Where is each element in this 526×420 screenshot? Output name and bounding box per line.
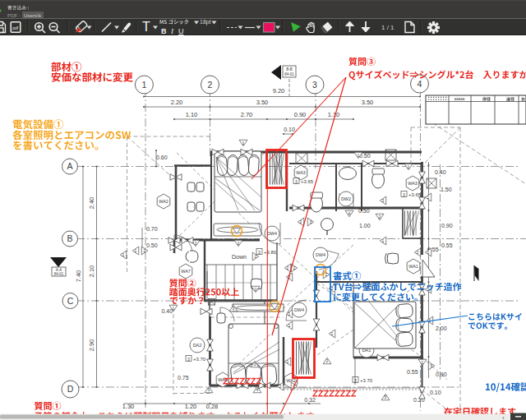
svg-text:1.00: 1.00 (359, 223, 371, 228)
svg-text:3: 3 (310, 219, 312, 224)
svg-text:C: C (67, 296, 74, 306)
svg-text:3: 3 (403, 192, 405, 197)
svg-text:1 / 1: 1 / 1 (381, 24, 394, 31)
svg-text:A: A (67, 161, 72, 171)
svg-text:3: 3 (254, 362, 256, 367)
svg-text:2: 2 (144, 248, 146, 253)
svg-text:0.10: 0.10 (430, 390, 441, 395)
svg-text:2.40: 2.40 (88, 197, 95, 210)
svg-text:1: 1 (122, 252, 125, 257)
svg-text:3.50: 3.50 (256, 99, 269, 106)
svg-text:+3.65: +3.65 (408, 192, 422, 197)
svg-text:2.70: 2.70 (241, 111, 253, 118)
svg-text:›: › (502, 414, 505, 420)
svg-text:84-01: 84-01 (54, 272, 64, 276)
svg-text:D: D (67, 384, 74, 394)
svg-text:0.55: 0.55 (441, 242, 453, 248)
svg-text:7.40: 7.40 (75, 270, 82, 283)
svg-text:1.10: 1.10 (328, 111, 340, 118)
svg-text:0.70: 0.70 (146, 226, 158, 232)
svg-text:4: 4 (256, 387, 259, 392)
svg-text:WA3: WA3 (408, 181, 418, 186)
svg-text:5: 5 (431, 363, 433, 368)
svg-text:1: 1 (427, 195, 430, 200)
svg-text:B: B (161, 27, 167, 35)
svg-text:T: T (142, 20, 150, 34)
svg-text:1.30: 1.30 (122, 403, 135, 410)
svg-text:3: 3 (187, 357, 190, 362)
svg-text:1.20: 1.20 (185, 403, 197, 410)
svg-text:2: 2 (326, 358, 329, 363)
svg-text:2: 2 (293, 265, 296, 270)
svg-text:2: 2 (331, 286, 334, 291)
svg-text:1: 1 (135, 248, 137, 253)
svg-text:0.10: 0.10 (284, 127, 295, 132)
svg-text:3: 3 (233, 306, 235, 311)
svg-text:18pt: 18pt (200, 19, 211, 25)
svg-text:0.40: 0.40 (162, 308, 173, 314)
svg-text:+3.70: +3.70 (360, 378, 373, 383)
svg-text:+3.65: +3.65 (301, 179, 314, 184)
svg-text:3: 3 (382, 198, 385, 203)
svg-text:1: 1 (427, 287, 430, 292)
svg-text:2: 2 (238, 241, 240, 246)
svg-text:3: 3 (258, 250, 261, 255)
svg-text:pdf: pdf (12, 25, 19, 30)
svg-text:5: 5 (208, 387, 210, 392)
svg-text:DA2: DA2 (193, 343, 202, 348)
svg-text:2.20: 2.20 (171, 99, 183, 106)
svg-text:2: 2 (255, 287, 257, 292)
svg-text:Down: Down (232, 254, 247, 260)
svg-text:+3.70: +3.70 (193, 357, 206, 362)
svg-text:2.00: 2.00 (436, 325, 447, 331)
svg-text:Users\k: Users\k (24, 12, 42, 18)
svg-text:2: 2 (300, 219, 302, 224)
svg-text:WA1: WA1 (408, 264, 418, 269)
svg-text:1: 1 (408, 164, 410, 169)
svg-text:B: B (67, 233, 72, 243)
svg-text:2.10: 2.10 (88, 265, 95, 278)
svg-text:DW4: DW4 (267, 231, 277, 236)
svg-text:2: 2 (195, 241, 197, 246)
svg-text:0.90: 0.90 (436, 372, 447, 377)
svg-text:B-B: B-B (286, 67, 293, 72)
svg-text:84-01: 84-01 (284, 72, 294, 76)
svg-text:3: 3 (354, 378, 357, 383)
svg-text:2: 2 (417, 250, 419, 255)
svg-text:DW4: DW4 (294, 307, 304, 312)
svg-text:DW4: DW4 (316, 252, 325, 257)
svg-text:0.75: 0.75 (178, 375, 189, 381)
svg-text:0.55: 0.55 (407, 369, 418, 375)
svg-text:3.50: 3.50 (362, 99, 374, 106)
svg-text:1: 1 (287, 359, 289, 364)
svg-text:9.20: 9.20 (273, 87, 285, 95)
svg-text:WA7: WA7 (181, 269, 191, 274)
svg-text:DW2: DW2 (341, 196, 351, 201)
svg-text:0.60: 0.60 (156, 155, 168, 160)
svg-text:1: 1 (358, 153, 360, 158)
svg-text:5: 5 (385, 395, 387, 399)
svg-text:0.32: 0.32 (304, 397, 316, 403)
svg-text:4: 4 (418, 79, 422, 89)
svg-text:2: 2 (279, 384, 282, 389)
svg-text:2: 2 (208, 80, 213, 90)
svg-text:4: 4 (348, 211, 351, 216)
svg-text:3: 3 (312, 80, 317, 90)
svg-text:1: 1 (242, 141, 245, 145)
svg-text:1: 1 (331, 331, 334, 336)
svg-text:1: 1 (288, 323, 291, 328)
svg-text:1: 1 (427, 250, 430, 255)
svg-text:WA2: WA2 (159, 199, 168, 204)
svg-text:+3.80: +3.80 (264, 250, 277, 255)
svg-text:1.10: 1.10 (186, 111, 198, 118)
svg-text:1: 1 (382, 238, 385, 243)
svg-text:1: 1 (288, 312, 291, 316)
svg-text:1: 1 (141, 80, 146, 90)
svg-text:0.90: 0.90 (294, 111, 307, 118)
svg-text:2.90: 2.90 (88, 339, 95, 352)
svg-text:PDF :: PDF : (7, 12, 21, 18)
svg-text:2: 2 (255, 254, 257, 259)
svg-text:WA3: WA3 (296, 170, 306, 175)
svg-text:aaaaa: aaaaa (454, 97, 465, 101)
svg-text:1: 1 (422, 360, 424, 365)
